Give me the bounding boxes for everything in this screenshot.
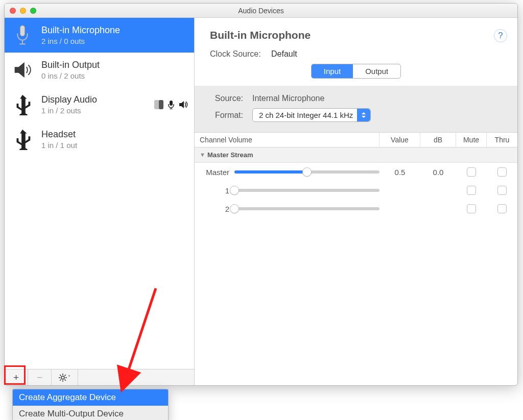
volume-slider-2[interactable] (234, 207, 379, 210)
device-io: 1 in / 2 outs (41, 106, 148, 115)
thru-checkbox[interactable] (497, 167, 507, 177)
finder-icon (154, 100, 163, 109)
device-item-headset[interactable]: Headset 1 in / 1 out (5, 122, 194, 157)
speaker-icon (10, 58, 35, 82)
mute-checkbox[interactable] (467, 204, 476, 213)
clock-source-label: Clock Source: (210, 50, 261, 58)
channel-label: 1 (200, 186, 234, 195)
usb-icon (10, 92, 35, 117)
channel-row-2: 2 (195, 200, 517, 218)
device-actions-menu-button[interactable]: ˅ (52, 369, 78, 385)
help-button[interactable]: ? (494, 29, 507, 42)
svg-point-4 (61, 376, 64, 379)
gear-icon (59, 374, 67, 382)
menu-item-create-multi-output[interactable]: Create Multi-Output Device (13, 406, 168, 420)
sidebar-toolbar: + − ˅ (5, 369, 194, 385)
svg-line-10 (65, 379, 66, 380)
col-mute: Mute (456, 133, 487, 147)
menu-item-create-aggregate[interactable]: Create Aggregate Device (13, 389, 168, 406)
usb-icon (10, 127, 35, 152)
mute-checkbox[interactable] (467, 167, 476, 177)
remove-device-button[interactable]: − (28, 369, 52, 385)
io-tabs: Input Output (210, 59, 502, 79)
col-channel-volume: Channel Volume (195, 133, 379, 147)
device-name: Built-in Output (41, 60, 188, 71)
svg-rect-0 (20, 26, 25, 36)
channel-label: Master (200, 168, 234, 177)
speaker-output-icon (179, 100, 188, 109)
device-status-icons (154, 100, 188, 109)
device-item-display-audio[interactable]: Display Audio 1 in / 2 outs (5, 87, 194, 122)
format-label: Format: (210, 111, 243, 120)
col-thru: Thru (487, 133, 517, 147)
tab-output[interactable]: Output (353, 64, 400, 78)
channel-db: 0.0 (420, 168, 456, 177)
format-value: 2 ch 24-bit Integer 44.1 kHz (259, 111, 353, 119)
updown-icon (357, 109, 370, 121)
thru-checkbox[interactable] (497, 186, 507, 195)
panel-title: Built-in Microphone (210, 29, 502, 41)
device-name: Display Audio (41, 94, 148, 106)
svg-line-9 (60, 375, 61, 376)
panel-header: Built-in Microphone Clock Source: Defaul… (195, 18, 517, 86)
disclosure-triangle-icon: ▼ (200, 152, 205, 158)
col-db: dB (420, 133, 456, 147)
device-name: Built-in Microphone (41, 25, 188, 36)
mic-input-icon (168, 100, 175, 109)
device-name: Headset (41, 129, 188, 140)
tab-input[interactable]: Input (312, 64, 353, 78)
master-stream-header[interactable]: ▼ Master Stream (195, 147, 517, 163)
col-value: Value (379, 133, 420, 147)
chevron-down-icon: ˅ (68, 375, 70, 380)
channel-row-master: Master 0.5 0.0 (195, 163, 517, 181)
channel-label: 2 (200, 205, 234, 213)
stream-label: Master Stream (207, 151, 253, 159)
svg-line-12 (65, 375, 66, 376)
channel-value: 0.5 (379, 168, 420, 177)
clock-source-row: Clock Source: Default (210, 50, 502, 59)
audio-devices-window: Audio Devices Built-in Microphone 2 in (4, 3, 518, 386)
add-device-button[interactable]: + (5, 369, 28, 385)
format-section: Source: Internal Microphone Format: 2 ch… (195, 86, 517, 132)
add-device-popup-menu: Create Aggregate Device Create Multi-Out… (12, 389, 169, 420)
volume-slider-master[interactable] (234, 170, 379, 174)
thru-checkbox[interactable] (497, 204, 507, 213)
clock-source-value: Default (271, 50, 297, 58)
device-list-sidebar: Built-in Microphone 2 ins / 0 outs Built… (5, 18, 195, 385)
device-item-built-in-output[interactable]: Built-in Output 0 ins / 2 outs (5, 53, 194, 87)
device-item-built-in-microphone[interactable]: Built-in Microphone 2 ins / 0 outs (5, 18, 194, 53)
device-list: Built-in Microphone 2 ins / 0 outs Built… (5, 18, 194, 369)
format-select[interactable]: 2 ch 24-bit Integer 44.1 kHz (252, 108, 371, 122)
svg-rect-2 (159, 100, 163, 109)
device-detail-panel: Built-in Microphone Clock Source: Defaul… (195, 18, 517, 385)
volume-slider-1[interactable] (234, 189, 379, 192)
window-title: Audio Devices (5, 7, 517, 15)
source-value: Internal Microphone (252, 94, 324, 103)
device-io: 1 in / 1 out (41, 141, 188, 150)
microphone-icon (10, 23, 35, 47)
mute-checkbox[interactable] (467, 186, 476, 195)
channel-table-header: Channel Volume Value dB Mute Thru (195, 132, 517, 147)
svg-rect-3 (170, 101, 173, 106)
channel-row-1: 1 (195, 181, 517, 200)
device-io: 0 ins / 2 outs (41, 71, 188, 80)
svg-line-11 (60, 379, 61, 380)
source-label: Source: (210, 94, 243, 103)
device-io: 2 ins / 0 outs (41, 37, 188, 45)
titlebar: Audio Devices (5, 4, 517, 18)
